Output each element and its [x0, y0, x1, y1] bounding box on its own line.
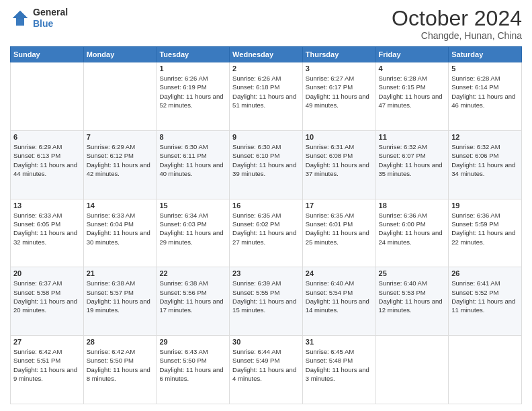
sunrise-text: Sunrise: 6:31 AM	[306, 143, 354, 150]
calendar-cell: 26 Sunrise: 6:41 AM Sunset: 5:52 PM Dayl…	[449, 267, 522, 336]
sunrise-text: Sunrise: 6:40 AM	[379, 279, 427, 287]
sunset-text: Sunset: 6:19 PM	[159, 83, 206, 91]
sunrise-text: Sunrise: 6:34 AM	[159, 212, 208, 219]
calendar-cell: 2 Sunrise: 6:26 AM Sunset: 6:18 PM Dayli…	[230, 62, 303, 131]
calendar-cell: 6 Sunrise: 6:29 AM Sunset: 6:13 PM Dayli…	[11, 130, 84, 199]
sunset-text: Sunset: 6:04 PM	[87, 220, 134, 228]
sunrise-text: Sunrise: 6:36 AM	[379, 212, 427, 219]
day-number: 7	[87, 133, 154, 141]
daylight-text: Daylight: 11 hours and 29 minutes.	[159, 229, 223, 245]
daylight-text: Daylight: 11 hours and 37 minutes.	[306, 161, 369, 177]
sunrise-text: Sunrise: 6:35 AM	[232, 212, 281, 219]
calendar-cell: 16 Sunrise: 6:35 AM Sunset: 6:02 PM Dayl…	[230, 199, 303, 267]
daylight-text: Daylight: 11 hours and 6 minutes.	[159, 366, 223, 382]
day-number: 12	[451, 133, 519, 141]
sunrise-text: Sunrise: 6:42 AM	[87, 348, 135, 355]
sunrise-text: Sunrise: 6:44 AM	[232, 348, 281, 355]
sunrise-text: Sunrise: 6:40 AM	[306, 279, 354, 287]
calendar-cell: 15 Sunrise: 6:34 AM Sunset: 6:03 PM Dayl…	[157, 199, 230, 267]
sunset-text: Sunset: 6:11 PM	[159, 152, 206, 159]
sunrise-text: Sunrise: 6:32 AM	[451, 143, 500, 150]
daylight-text: Daylight: 11 hours and 17 minutes.	[159, 298, 223, 314]
sunrise-text: Sunrise: 6:29 AM	[13, 143, 62, 150]
day-number: 9	[232, 133, 300, 141]
day-number: 23	[232, 269, 300, 277]
day-info: Sunrise: 6:30 AM Sunset: 6:11 PM Dayligh…	[159, 142, 226, 178]
weekday-header-row: SundayMondayTuesdayWednesdayThursdayFrid…	[11, 47, 522, 62]
calendar-cell: 14 Sunrise: 6:33 AM Sunset: 6:04 PM Dayl…	[83, 199, 157, 267]
day-number: 3	[306, 64, 373, 73]
sunrise-text: Sunrise: 6:36 AM	[451, 212, 500, 219]
calendar-cell: 4 Sunrise: 6:28 AM Sunset: 6:15 PM Dayli…	[375, 62, 449, 131]
day-info: Sunrise: 6:42 AM Sunset: 5:51 PM Dayligh…	[13, 347, 81, 383]
day-info: Sunrise: 6:32 AM Sunset: 6:07 PM Dayligh…	[379, 142, 446, 178]
day-number: 18	[379, 201, 446, 210]
day-info: Sunrise: 6:36 AM Sunset: 5:59 PM Dayligh…	[451, 211, 519, 246]
sunrise-text: Sunrise: 6:38 AM	[159, 279, 208, 287]
sunset-text: Sunset: 6:02 PM	[232, 220, 279, 228]
daylight-text: Daylight: 11 hours and 19 minutes.	[87, 298, 150, 314]
daylight-text: Daylight: 11 hours and 42 minutes.	[87, 161, 150, 177]
day-info: Sunrise: 6:32 AM Sunset: 6:06 PM Dayligh…	[451, 142, 519, 178]
calendar-cell: 18 Sunrise: 6:36 AM Sunset: 6:00 PM Dayl…	[375, 199, 449, 267]
day-info: Sunrise: 6:37 AM Sunset: 5:58 PM Dayligh…	[13, 279, 81, 314]
sunrise-text: Sunrise: 6:33 AM	[13, 212, 62, 219]
calendar-cell: 8 Sunrise: 6:30 AM Sunset: 6:11 PM Dayli…	[157, 130, 230, 199]
day-number: 17	[306, 201, 373, 210]
sunrise-text: Sunrise: 6:28 AM	[451, 75, 500, 82]
day-number: 28	[87, 338, 154, 346]
day-number: 16	[232, 201, 300, 210]
day-info: Sunrise: 6:30 AM Sunset: 6:10 PM Dayligh…	[232, 142, 300, 178]
sunset-text: Sunset: 6:08 PM	[306, 152, 353, 159]
daylight-text: Daylight: 11 hours and 3 minutes.	[306, 366, 369, 382]
daylight-text: Daylight: 11 hours and 49 minutes.	[306, 93, 369, 109]
sunrise-text: Sunrise: 6:39 AM	[232, 279, 281, 287]
day-info: Sunrise: 6:29 AM Sunset: 6:12 PM Dayligh…	[87, 142, 154, 178]
daylight-text: Daylight: 11 hours and 39 minutes.	[232, 161, 296, 177]
daylight-text: Daylight: 11 hours and 35 minutes.	[379, 161, 443, 177]
sunset-text: Sunset: 6:18 PM	[232, 83, 279, 91]
daylight-text: Daylight: 11 hours and 30 minutes.	[87, 229, 150, 245]
daylight-text: Daylight: 11 hours and 4 minutes.	[232, 366, 296, 382]
daylight-text: Daylight: 11 hours and 51 minutes.	[232, 93, 296, 109]
sunrise-text: Sunrise: 6:30 AM	[159, 143, 208, 150]
day-info: Sunrise: 6:39 AM Sunset: 5:55 PM Dayligh…	[232, 279, 300, 314]
sunset-text: Sunset: 6:15 PM	[379, 83, 426, 91]
day-number: 25	[379, 269, 446, 277]
sunset-text: Sunset: 6:14 PM	[451, 83, 498, 91]
month-title: October 2024	[392, 7, 522, 30]
sunrise-text: Sunrise: 6:27 AM	[306, 75, 354, 82]
day-info: Sunrise: 6:43 AM Sunset: 5:50 PM Dayligh…	[159, 347, 226, 383]
sunrise-text: Sunrise: 6:43 AM	[159, 348, 208, 355]
day-number: 21	[87, 269, 154, 277]
logo-icon	[10, 8, 30, 28]
day-info: Sunrise: 6:44 AM Sunset: 5:49 PM Dayligh…	[232, 347, 300, 383]
sunset-text: Sunset: 5:52 PM	[451, 289, 498, 296]
daylight-text: Daylight: 11 hours and 24 minutes.	[379, 229, 443, 245]
calendar-cell: 25 Sunrise: 6:40 AM Sunset: 5:53 PM Dayl…	[375, 267, 449, 336]
day-number: 6	[13, 133, 81, 141]
sunrise-text: Sunrise: 6:32 AM	[379, 143, 427, 150]
week-row-2: 6 Sunrise: 6:29 AM Sunset: 6:13 PM Dayli…	[11, 130, 522, 199]
day-number: 13	[13, 201, 81, 210]
day-number: 29	[159, 338, 226, 346]
day-info: Sunrise: 6:28 AM Sunset: 6:15 PM Dayligh…	[379, 74, 446, 109]
sunset-text: Sunset: 6:12 PM	[87, 152, 134, 159]
sunset-text: Sunset: 5:59 PM	[451, 220, 498, 228]
day-info: Sunrise: 6:42 AM Sunset: 5:50 PM Dayligh…	[87, 347, 154, 383]
day-number: 2	[232, 64, 300, 73]
calendar-cell: 23 Sunrise: 6:39 AM Sunset: 5:55 PM Dayl…	[230, 267, 303, 336]
weekday-header-friday: Friday	[375, 47, 449, 62]
day-number: 27	[13, 338, 81, 346]
day-info: Sunrise: 6:31 AM Sunset: 6:08 PM Dayligh…	[306, 142, 373, 178]
day-info: Sunrise: 6:26 AM Sunset: 6:19 PM Dayligh…	[159, 74, 226, 109]
calendar-cell	[449, 336, 522, 404]
daylight-text: Daylight: 11 hours and 34 minutes.	[451, 161, 515, 177]
sunset-text: Sunset: 5:56 PM	[159, 289, 206, 296]
day-info: Sunrise: 6:35 AM Sunset: 6:01 PM Dayligh…	[306, 211, 373, 246]
day-number: 5	[451, 64, 519, 73]
day-info: Sunrise: 6:38 AM Sunset: 5:57 PM Dayligh…	[87, 279, 154, 314]
daylight-text: Daylight: 11 hours and 44 minutes.	[13, 161, 77, 177]
day-info: Sunrise: 6:35 AM Sunset: 6:02 PM Dayligh…	[232, 211, 300, 246]
sunrise-text: Sunrise: 6:45 AM	[306, 348, 354, 355]
